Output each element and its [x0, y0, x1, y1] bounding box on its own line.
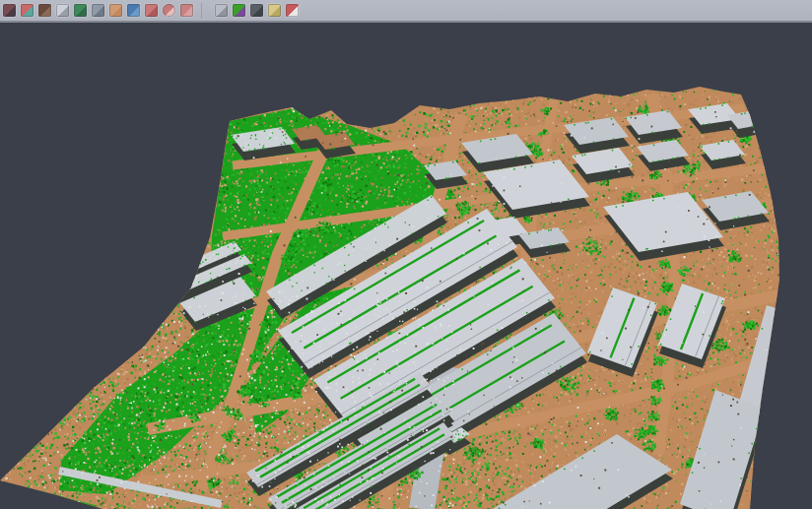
toolbar-separator	[201, 3, 210, 19]
transform-axes-icon[interactable]	[268, 4, 281, 17]
terrain-model-icon[interactable]	[38, 4, 51, 17]
target-ring-icon[interactable]	[163, 4, 175, 17]
layers-icon[interactable]	[145, 4, 158, 17]
application-window	[0, 0, 812, 509]
building-class-icon[interactable]	[92, 4, 104, 17]
texture-checker-icon[interactable]	[215, 4, 228, 17]
dataset-points-icon[interactable]	[3, 4, 16, 17]
ground-class-icon[interactable]	[109, 4, 122, 17]
camera-view-icon[interactable]	[250, 4, 263, 17]
main-toolbar	[0, 0, 812, 23]
classification-flag-icon[interactable]	[286, 4, 299, 17]
viewport-3d-point-cloud[interactable]	[0, 25, 812, 509]
zoom-extents-icon[interactable]	[180, 4, 193, 17]
vegetation-class-icon[interactable]	[74, 4, 87, 17]
globe-icon[interactable]	[127, 4, 140, 17]
sparse-points-icon[interactable]	[56, 4, 69, 17]
colormap-icon[interactable]	[233, 4, 245, 17]
classify-points-icon[interactable]	[21, 4, 34, 17]
